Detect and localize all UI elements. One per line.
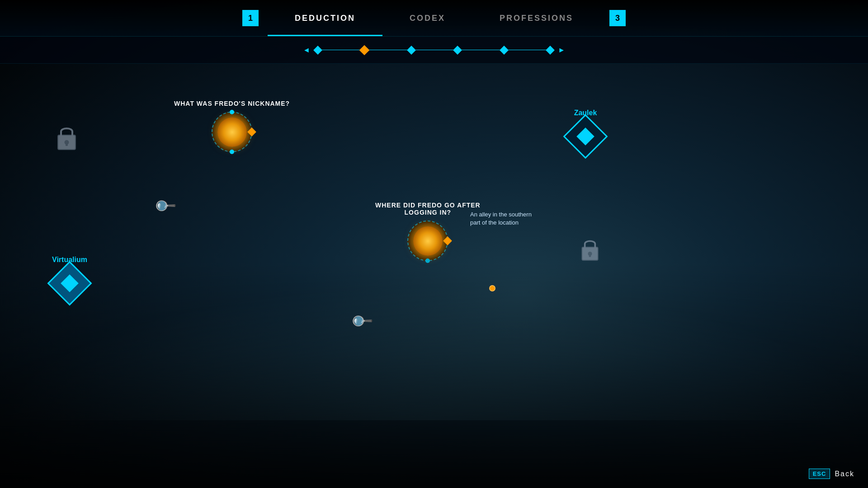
timeline-node-1[interactable]	[313, 46, 322, 55]
virtualium-diamond-inner	[61, 274, 79, 292]
svg-rect-12	[589, 253, 591, 257]
svg-rect-9	[66, 142, 68, 146]
node1-dot-bottom	[230, 150, 234, 154]
timeline-line-2	[368, 50, 408, 50]
connection-lines	[0, 64, 136, 131]
location-virtualium[interactable]: Virtualium	[52, 256, 87, 299]
node1-question: WHAT WAS FREDO'S NICKNAME?	[174, 100, 290, 107]
badge-right: 3	[609, 10, 626, 26]
timeline-inner: ◄ ►	[298, 46, 570, 54]
timeline-line-3	[415, 50, 454, 50]
timeline: ◄ ►	[0, 37, 868, 64]
back-label[interactable]: Back	[835, 470, 854, 478]
nav-tabs: 1 DEDUCTION CODEX PROFESSIONS 3	[233, 0, 635, 36]
node1-circle	[212, 112, 252, 152]
node1-dot-top	[230, 110, 234, 114]
virtualium-diamond	[47, 261, 92, 306]
tab-professions[interactable]: PROFESSIONS	[472, 0, 600, 36]
timeline-next[interactable]: ►	[553, 46, 570, 54]
node1-diamond	[247, 127, 256, 136]
zaulek-diamond	[563, 114, 608, 159]
node2-dot-bottom	[425, 258, 430, 263]
esc-badge[interactable]: ESC	[809, 469, 830, 479]
deduction-node-2[interactable]: WHERE DID FREDO GO AFTER LOGGING IN?	[375, 202, 481, 261]
node2-circle	[407, 221, 448, 261]
esc-back-area[interactable]: ESC Back	[809, 469, 854, 479]
timeline-node-4[interactable]	[453, 46, 462, 55]
node2-orb	[413, 226, 443, 256]
node2-diamond	[443, 236, 452, 245]
timeline-node-3[interactable]	[407, 46, 416, 55]
top-navigation: 1 DEDUCTION CODEX PROFESSIONS 3	[0, 0, 868, 37]
location-zaulek[interactable]: Zaulek	[570, 109, 601, 152]
lock-bottom-right	[579, 235, 601, 263]
timeline-line-5	[507, 50, 547, 50]
search-icon-1: 🔍	[152, 193, 177, 218]
answer-text: An alley in the southern part of the loc…	[470, 211, 538, 227]
timeline-node-5[interactable]	[500, 46, 509, 55]
lock-top-left	[54, 122, 79, 152]
timeline-line-1	[321, 50, 361, 50]
tab-codex[interactable]: CODEX	[382, 0, 472, 36]
answer-dot	[489, 285, 495, 291]
node2-question: WHERE DID FREDO GO AFTER LOGGING IN?	[375, 202, 481, 216]
deduction-canvas: WHAT WAS FREDO'S NICKNAME? 🔍 Virtualium …	[0, 64, 868, 488]
timeline-prev[interactable]: ◄	[298, 46, 315, 54]
timeline-line-4	[461, 50, 500, 50]
timeline-node-2[interactable]	[359, 45, 370, 55]
badge-left: 1	[242, 10, 259, 26]
node1-orb	[217, 117, 247, 147]
tab-deduction[interactable]: DEDUCTION	[268, 0, 382, 36]
zaulek-diamond-inner	[576, 127, 594, 145]
deduction-node-1[interactable]: WHAT WAS FREDO'S NICKNAME?	[174, 100, 290, 152]
search-icon-2: 🔍	[349, 308, 374, 333]
